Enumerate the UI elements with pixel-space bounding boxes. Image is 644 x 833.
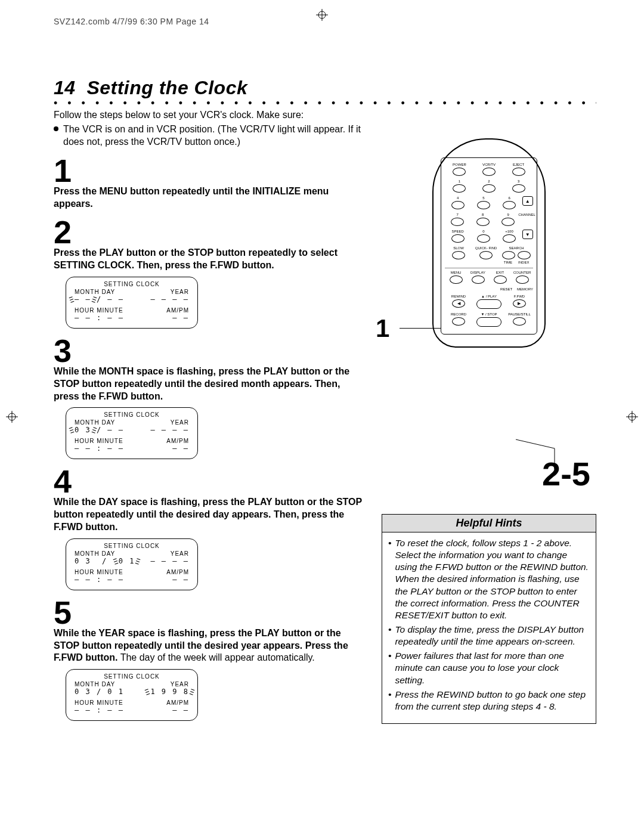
step-5-number: 5 bbox=[54, 596, 364, 628]
step-2-text: Press the PLAY button or the STOP button… bbox=[54, 247, 364, 272]
digit-4-button bbox=[451, 201, 465, 209]
dotted-rule: • • • • • • • • • • • • • • • • • • • • … bbox=[54, 101, 596, 105]
osd-screen-year: SETTING CLOCK MONTH DAYYEAR 0 3 / 0 11 9… bbox=[66, 669, 198, 721]
osd-screen-initial: SETTING CLOCK MONTH DAYYEAR – – / – –– –… bbox=[66, 277, 198, 329]
counter-button bbox=[516, 275, 529, 284]
step-3-number: 3 bbox=[54, 335, 364, 367]
plus100-button bbox=[503, 234, 516, 243]
search-time-button bbox=[502, 251, 515, 259]
vcrtv-button bbox=[482, 168, 496, 176]
hint-item: •Power failures that last for more than … bbox=[388, 650, 590, 686]
step-2-number: 2 bbox=[54, 216, 364, 248]
ffwd-button: ▶ bbox=[513, 299, 526, 308]
digit-9-button bbox=[501, 218, 515, 226]
callout-1-number: 1 bbox=[376, 314, 389, 343]
helpful-hints-title: Helpful Hints bbox=[382, 515, 596, 532]
digit-7-button bbox=[451, 218, 464, 226]
power-button bbox=[453, 168, 466, 176]
hint-item: •To display the time, press the DISPLAY … bbox=[388, 624, 590, 648]
crop-mark-left-icon bbox=[6, 411, 18, 423]
speed-button bbox=[451, 234, 465, 243]
step-1-text: Press the MENU button repeatedly until t… bbox=[54, 185, 364, 210]
callout-2-5-line bbox=[513, 436, 561, 472]
exit-button bbox=[494, 275, 507, 284]
digit-6-button bbox=[503, 201, 516, 209]
helpful-hints-box: Helpful Hints •To reset the clock, follo… bbox=[382, 514, 596, 724]
slow-button bbox=[452, 251, 465, 259]
osd-screen-day: SETTING CLOCK MONTH DAYYEAR 0 3 / 0 1– –… bbox=[66, 538, 198, 590]
display-button bbox=[472, 275, 485, 284]
step-5-text: While the YEAR space is flashing, press … bbox=[54, 627, 364, 664]
digit-3-button bbox=[512, 184, 525, 193]
intro-bullet: The VCR is on and in VCR position. (The … bbox=[54, 123, 364, 148]
intro-text: Follow the steps below to set your VCR's… bbox=[54, 109, 364, 122]
pause-button bbox=[513, 317, 526, 326]
digit-8-button bbox=[476, 218, 490, 226]
remote-control-illustration: POWER VCR/TV EJECT 1 2 3 4 bbox=[432, 138, 546, 348]
search-index-button bbox=[518, 251, 531, 259]
page-title: 14 Setting the Clock bbox=[54, 77, 596, 99]
rewind-button: ◀ bbox=[452, 299, 465, 308]
digit-0-button bbox=[477, 234, 490, 243]
digit-2-button bbox=[482, 184, 496, 193]
stop-button bbox=[476, 317, 501, 327]
hint-item: •Press the REWIND button to go back one … bbox=[388, 689, 590, 713]
quickfind-button bbox=[479, 251, 493, 259]
digit-1-button bbox=[453, 184, 466, 193]
step-1-number: 1 bbox=[54, 154, 364, 187]
record-button bbox=[452, 317, 465, 326]
channel-down-icon: ▼ bbox=[522, 230, 533, 239]
step-3-text: While the MONTH space is flashing, press… bbox=[54, 366, 364, 402]
step-4-text: While the DAY space is flashing, press t… bbox=[54, 496, 364, 533]
digit-5-button bbox=[477, 201, 490, 209]
osd-screen-month: SETTING CLOCK MONTH DAYYEAR 0 3 / – –– –… bbox=[66, 407, 198, 459]
step-4-number: 4 bbox=[54, 465, 364, 497]
menu-button bbox=[450, 275, 463, 284]
bullet-icon bbox=[54, 126, 58, 131]
crop-mark-right-icon bbox=[626, 411, 638, 423]
hint-item: •To reset the clock, follow steps 1 - 2 … bbox=[388, 537, 590, 621]
play-button bbox=[476, 299, 501, 309]
channel-up-icon: ▲ bbox=[522, 196, 533, 206]
crop-mark-top-icon bbox=[316, 9, 328, 21]
eject-button bbox=[512, 168, 525, 176]
